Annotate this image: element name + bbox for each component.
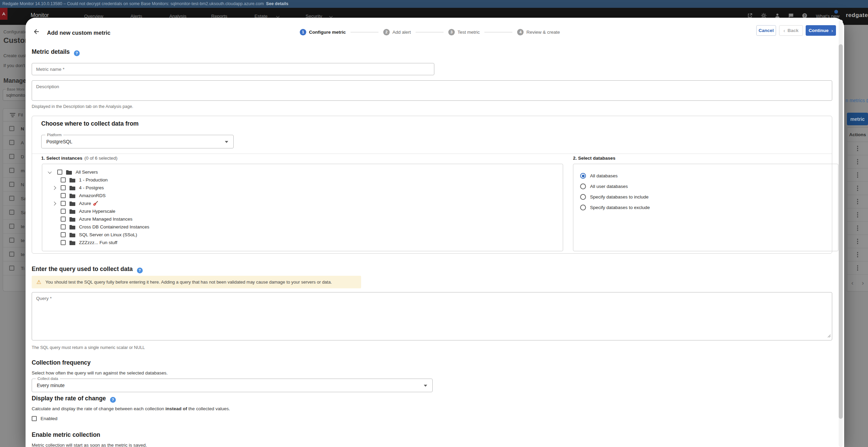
tree-checkbox[interactable] [57,170,62,175]
description-textarea[interactable] [32,81,832,100]
tree-item-azure[interactable]: Azure [42,199,563,207]
row-actions[interactable] [847,169,868,182]
custom-metrics-docs-link[interactable]: n metrics [846,98,868,103]
tree-checkbox[interactable] [61,209,66,214]
rate-text-bold: instead of [166,406,187,411]
tree-checkbox[interactable] [61,217,66,222]
tree-checkbox[interactable] [61,232,66,237]
row-actions[interactable] [847,248,868,261]
query-textarea[interactable] [32,292,832,340]
expand-icon[interactable] [52,187,61,189]
row-actions[interactable] [847,182,868,195]
add-custom-metric-button[interactable]: metric [847,113,868,125]
resize-handle-icon[interactable] [827,333,831,339]
row-actions[interactable] [847,222,868,235]
row-actions[interactable] [847,195,868,208]
kebab-menu-icon[interactable] [857,146,858,151]
radio-specify-exclude[interactable]: Specify databases to exclude [573,202,838,213]
folder-icon [69,225,75,229]
row-checkbox[interactable] [9,196,14,201]
kebab-menu-icon[interactable] [857,225,858,231]
kebab-menu-icon[interactable] [857,186,858,191]
row-checkbox[interactable] [9,210,14,215]
name-column-header[interactable]: N [21,126,24,131]
collapse-icon[interactable] [48,171,57,174]
enabled-checkbox-row[interactable]: Enabled [32,416,58,421]
dialog-scrollbar[interactable] [839,20,843,447]
tree-checkbox[interactable] [61,193,66,198]
row-checkbox[interactable] [9,168,14,173]
row-checkbox[interactable] [9,266,14,271]
tree-item-azure-hyperscale[interactable]: Azure Hyperscale [42,207,563,215]
row-checkbox[interactable] [9,182,14,187]
kebab-menu-icon[interactable] [857,265,858,271]
collect-data-select[interactable]: Collect data Every minute [32,379,433,392]
tree-checkbox[interactable] [61,177,66,182]
previous-page-icon[interactable]: ‹ [851,279,853,287]
enable-heading: Enable metric collection [32,431,100,438]
radio-all-databases[interactable]: All databases [573,171,838,181]
query-help-icon[interactable]: ? [137,268,143,273]
query-heading-text: Enter the query used to collect data [32,266,133,272]
back-button[interactable]: ‹Back [779,25,803,36]
expand-icon[interactable] [52,202,61,205]
frequency-heading: Collection frequency [32,359,91,366]
row-checkbox[interactable] [9,252,14,257]
base-monitor-select-value: sqlmonito [6,93,25,98]
metric-name-input[interactable] [32,63,434,75]
tree-checkbox[interactable] [61,185,66,190]
select-databases-label: 2. Select databases [573,156,616,161]
next-page-icon[interactable]: › [862,279,864,287]
tree-item-cross-db[interactable]: Cross DB Containerized Instances [42,223,563,231]
tree-checkbox[interactable] [61,224,66,229]
continue-button[interactable]: Continue› [806,25,836,36]
row-actions[interactable] [847,208,868,222]
tree-item-amazonrds[interactable]: AmazonRDS [42,192,563,199]
platform-select[interactable]: Platform PostgreSQL [41,135,234,148]
radio-icon[interactable] [580,183,586,189]
tree-checkbox[interactable] [61,240,66,245]
metric-details-help-icon[interactable]: ? [74,50,80,56]
row-checkbox[interactable] [9,154,14,159]
collect-heading: Choose where to collect data from [41,120,139,127]
row-actions[interactable] [847,261,868,275]
radio-specify-include[interactable]: Specify databases to include [573,192,838,202]
tree-item-fun-stuff[interactable]: ZZZzzz... Fun stuff [42,239,563,246]
redgate-logo-square[interactable] [0,8,7,20]
row-actions[interactable] [847,155,868,169]
kebab-menu-icon[interactable] [857,159,858,164]
tree-item-sql-linux[interactable]: SQL Server on Linux (SSoL) [42,231,563,239]
back-arrow-icon[interactable] [32,28,41,36]
tree-checkbox[interactable] [61,201,66,206]
tree-item-production[interactable]: 1 - Production [42,176,563,184]
kebab-menu-icon[interactable] [857,252,858,257]
enabled-checkbox[interactable] [32,416,37,421]
tree-item-label: Cross DB Containerized Instances [79,224,149,229]
row-checkbox[interactable] [9,140,14,145]
see-details-link[interactable]: See details [266,1,288,6]
radio-icon[interactable] [580,205,586,210]
tree-item-azure-managed[interactable]: Azure Managed Instances [42,215,563,223]
kebab-menu-icon[interactable] [857,199,858,204]
kebab-menu-icon[interactable] [857,172,858,178]
row-name: Ti [21,266,25,271]
select-all-checkbox[interactable] [9,126,14,131]
tree-item-label: AmazonRDS [79,193,106,198]
row-checkbox[interactable] [9,224,14,229]
row-checkbox[interactable] [9,238,14,243]
radio-selected-icon[interactable] [580,173,586,179]
radio-all-user-databases[interactable]: All user databases [573,181,838,192]
tree-item-postgres[interactable]: 4 - Postgres [42,184,563,192]
cancel-button[interactable]: Cancel [756,25,776,36]
rate-help-icon[interactable]: ? [110,397,116,403]
description-helper: Displayed in the Description tab on the … [32,104,133,109]
tree-item-all-servers[interactable]: All Servers [42,168,563,176]
scrollbar-thumb[interactable] [839,44,843,419]
row-actions[interactable] [847,235,868,248]
kebab-menu-icon[interactable] [857,239,858,244]
radio-icon[interactable] [580,194,586,200]
folder-icon [69,186,75,190]
row-actions[interactable] [847,142,868,155]
kebab-menu-icon[interactable] [857,212,858,218]
tree-item-label: ZZZzzz... Fun stuff [79,240,117,245]
